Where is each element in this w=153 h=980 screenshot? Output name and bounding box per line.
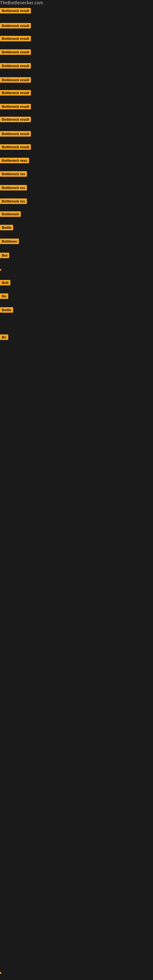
bottleneck-badge-9: Bottleneck result (0, 117, 31, 122)
bottleneck-result-row-23: Bottle (0, 307, 13, 314)
bottleneck-result-row-1: Bottleneck result (0, 8, 31, 15)
bottleneck-result-row-5: Bottleneck result (0, 63, 31, 70)
site-title: TheBottlenecker.com (0, 0, 153, 5)
bottleneck-badge-4: Bottleneck result (0, 49, 31, 55)
bottleneck-badge-21: Bott (0, 280, 10, 285)
bottleneck-result-row-8: Bottleneck result (0, 104, 31, 111)
bottleneck-result-row-4: Bottleneck result (0, 49, 31, 56)
bottleneck-result-row-19: Bot (0, 253, 9, 259)
bottleneck-result-row-25: Bo (0, 334, 8, 341)
bottleneck-badge-23: Bottle (0, 307, 13, 313)
bottleneck-result-row-6: Bottleneck result (0, 77, 31, 84)
bottleneck-result-row-3: Bottleneck result (0, 36, 31, 43)
bottleneck-badge-6: Bottleneck result (0, 77, 31, 83)
bottleneck-badge-10: Bottleneck result (0, 131, 31, 137)
bottleneck-badge-17: Bottle (0, 225, 13, 230)
bottleneck-badge-19: Bot (0, 253, 9, 258)
bottleneck-badge-7: Bottleneck result (0, 90, 31, 95)
bottleneck-badge-2: Bottleneck result (0, 23, 31, 29)
bottleneck-badge-5: Bottleneck result (0, 63, 31, 68)
bottleneck-result-row-26 (0, 970, 1, 975)
bottleneck-badge-16: Bottleneck (0, 211, 21, 217)
bottleneck-badge-20 (0, 269, 1, 271)
bottleneck-badge-1: Bottleneck result (0, 8, 31, 13)
bottleneck-badge-8: Bottleneck result (0, 104, 31, 109)
bottleneck-result-row-20 (0, 266, 1, 272)
bottleneck-result-row-21: Bott (0, 280, 10, 286)
bottleneck-badge-26 (0, 972, 1, 974)
bottleneck-badge-15: Bottleneck res (0, 199, 27, 204)
bottleneck-result-row-9: Bottleneck result (0, 117, 31, 123)
bottleneck-result-row-16: Bottleneck (0, 211, 21, 218)
bottleneck-badge-25: Bo (0, 334, 8, 340)
bottleneck-result-row-12: Bottleneck resu (0, 158, 29, 164)
bottleneck-result-row-2: Bottleneck result (0, 23, 31, 30)
bottleneck-badge-11: Bottleneck result (0, 144, 31, 150)
bottleneck-result-row-7: Bottleneck result (0, 90, 31, 97)
bottleneck-badge-14: Bottleneck res (0, 185, 27, 191)
bottleneck-result-row-13: Bottleneck res (0, 171, 27, 178)
bottleneck-badge-18: Bottlenec (0, 239, 19, 244)
bottleneck-result-row-15: Bottleneck res (0, 199, 27, 205)
bottleneck-badge-3: Bottleneck result (0, 36, 31, 41)
bottleneck-result-row-10: Bottleneck result (0, 131, 31, 138)
bottleneck-result-row-17: Bottle (0, 225, 13, 232)
bottleneck-badge-12: Bottleneck resu (0, 158, 29, 163)
bottleneck-result-row-22: Bo (0, 293, 8, 300)
bottleneck-result-row-11: Bottleneck result (0, 144, 31, 151)
bottleneck-badge-13: Bottleneck res (0, 171, 27, 177)
bottleneck-result-row-18: Bottlenec (0, 239, 19, 245)
bottleneck-result-row-14: Bottleneck res (0, 185, 27, 192)
bottleneck-badge-22: Bo (0, 293, 8, 299)
